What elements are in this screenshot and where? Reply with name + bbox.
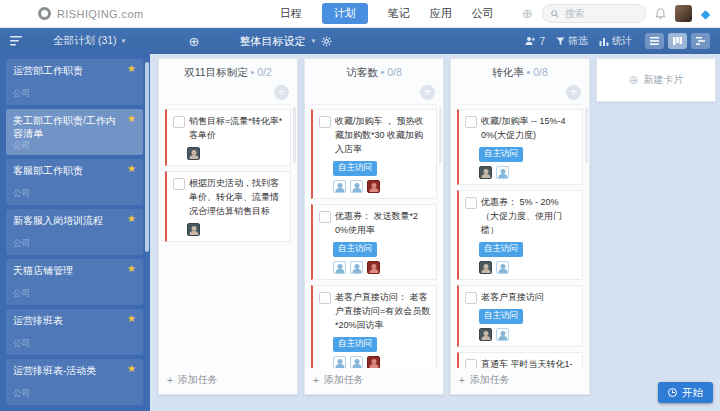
quick-add-icon[interactable]: ⊕: [522, 7, 533, 20]
star-icon[interactable]: ★: [127, 164, 136, 177]
task-row: 老客户直接访问: [465, 291, 577, 305]
task-checkbox[interactable]: [465, 197, 477, 209]
task-checkbox[interactable]: [173, 178, 185, 190]
list-view-button[interactable]: [645, 33, 664, 49]
cards-container: 销售目标=流量*转化率*客单价根据历史活动，找到客单价、转化率、流量情况合理估算…: [159, 109, 297, 368]
task-card[interactable]: 优惠券： 5% - 20% （大促力度、使用门槛）自主访问: [457, 190, 583, 280]
star-icon[interactable]: ★: [127, 314, 136, 327]
nav-item[interactable]: 笔记: [388, 6, 410, 21]
add-plan-icon[interactable]: ⊕: [189, 35, 200, 48]
plus-icon: ⊕: [628, 74, 638, 86]
column-title: 转化率: [492, 66, 524, 78]
sidebar-plan-item[interactable]: 运营排班表★公司: [6, 309, 143, 355]
task-text: 收藏/加购率 -- 15%-40%(大促力度): [481, 115, 577, 143]
assignee-avatar: [350, 180, 363, 193]
all-plans-dropdown[interactable]: 全部计划 (31) ▼: [53, 34, 127, 48]
members-icon: [525, 36, 536, 46]
star-icon[interactable]: ★: [127, 264, 136, 277]
task-tags: 自主访问: [479, 242, 577, 257]
notification-bell-icon[interactable]: [655, 8, 666, 20]
start-button[interactable]: 开始: [658, 382, 713, 403]
stats-button[interactable]: 统计: [599, 34, 632, 48]
filter-button[interactable]: 筛选: [556, 34, 588, 48]
add-card-button[interactable]: +: [274, 85, 289, 100]
plan-subtitle: 公司: [13, 388, 136, 400]
nav-item[interactable]: 计划: [322, 3, 368, 24]
task-card[interactable]: 根据历史活动，找到客单价、转化率、流量情况合理估算销售目标: [165, 171, 291, 242]
sidebar-plan-item[interactable]: 运营排班表-活动类★公司: [6, 359, 143, 405]
task-text: 直通车 平时当天转化1-3倍: [481, 358, 577, 368]
page-body: 运营部工作职责★公司美工部工作职责/工作内容清单★公司客服部工作职责★公司新客服…: [0, 54, 720, 411]
vip-diamond-icon[interactable]: ◆: [701, 8, 710, 20]
task-card[interactable]: 收藏/加购率 -- 15%-40%(大促力度)自主访问: [457, 109, 583, 185]
plan-subtitle: 公司: [13, 188, 136, 200]
nav-item[interactable]: 日程: [280, 6, 302, 21]
task-checkbox[interactable]: [465, 116, 477, 128]
plan-title: 客服部工作职责: [13, 164, 83, 177]
task-card[interactable]: 销售目标=流量*转化率*客单价: [165, 109, 291, 166]
column-title: 双11目标制定: [184, 66, 247, 78]
gear-icon[interactable]: [321, 36, 332, 47]
task-card[interactable]: 收藏/加购车 ， 预热收藏加购数*30 收藏加购入店率自主访问: [311, 109, 437, 199]
search-box[interactable]: [542, 4, 646, 23]
add-task-label: 添加任务: [470, 373, 510, 387]
new-card-button[interactable]: ⊕ 新建卡片: [596, 58, 716, 102]
assignee-avatar: [367, 261, 380, 274]
task-checkbox[interactable]: [465, 292, 477, 304]
star-icon[interactable]: ★: [127, 114, 136, 140]
add-task-button[interactable]: +添加任务: [159, 368, 297, 394]
sidebar-plan-item[interactable]: 客服部工作职责★公司: [6, 159, 143, 205]
task-checkbox[interactable]: [319, 211, 331, 223]
column-header: 访客数 • 0/8: [305, 59, 443, 84]
sidebar-plan-item[interactable]: 运营部工作职责★公司: [6, 59, 143, 105]
nav-item[interactable]: 应用: [430, 6, 452, 21]
task-tag: 自主访问: [479, 147, 523, 162]
task-checkbox[interactable]: [465, 359, 477, 368]
assignee-avatar: [187, 147, 200, 160]
add-task-button[interactable]: +添加任务: [451, 368, 589, 394]
nav-item[interactable]: 公司: [472, 6, 494, 21]
sidebar-plan-item[interactable]: 新客服入岗培训流程★公司: [6, 209, 143, 255]
plan-subtitle: 公司: [13, 288, 136, 300]
board-title-group[interactable]: 整体目标设定 ▼: [239, 34, 332, 49]
task-checkbox[interactable]: [319, 292, 331, 304]
star-icon[interactable]: ★: [127, 64, 136, 77]
task-row: 优惠券： 发送数量*20%使用率: [319, 210, 431, 238]
task-checkbox[interactable]: [173, 116, 185, 128]
funnel-icon: [556, 37, 565, 46]
chevron-down-icon: ▼: [310, 38, 316, 44]
star-icon[interactable]: ★: [127, 364, 136, 377]
plan-title-row: 客服部工作职责★: [13, 164, 136, 177]
task-tag: 自主访问: [333, 337, 377, 352]
sidebar-scrollbar[interactable]: [145, 62, 149, 252]
members-button[interactable]: 7: [525, 36, 545, 47]
plan-subtitle: 公司: [13, 140, 136, 152]
kanban-view-button[interactable]: [668, 33, 687, 49]
logo-icon: [38, 7, 51, 20]
task-text: 优惠券： 发送数量*20%使用率: [335, 210, 431, 238]
search-input[interactable]: [563, 7, 631, 20]
collapse-sidebar-icon[interactable]: [10, 36, 23, 46]
star-icon[interactable]: ★: [127, 214, 136, 227]
add-task-button[interactable]: +添加任务: [305, 368, 443, 394]
plan-title-row: 美工部工作职责/工作内容清单★: [13, 114, 136, 140]
assignee-avatar: [333, 356, 346, 369]
task-card[interactable]: 直通车 平时当天转化1-3倍付费流量: [457, 352, 583, 368]
task-avatars: [187, 223, 285, 236]
task-card[interactable]: 老客户直接访问： 老客户直接访问=有效会员数*20%回访率自主访问: [311, 285, 437, 368]
plan-subtitle: 公司: [13, 338, 136, 350]
plus-icon: +: [313, 375, 319, 386]
sidebar-plan-item[interactable]: 天猫店铺管理★公司: [6, 259, 143, 305]
task-card[interactable]: 优惠券： 发送数量*20%使用率自主访问: [311, 204, 437, 280]
app-logo[interactable]: RISHIQING.com: [38, 7, 144, 20]
plans-sidebar: 运营部工作职责★公司美工部工作职责/工作内容清单★公司客服部工作职责★公司新客服…: [0, 54, 150, 411]
assignee-avatar: [479, 166, 492, 179]
task-checkbox[interactable]: [319, 116, 331, 128]
clock-icon: [668, 388, 677, 397]
timeline-view-button[interactable]: [691, 33, 710, 49]
task-card[interactable]: 老客户直接访问自主访问: [457, 285, 583, 347]
add-card-button[interactable]: +: [420, 85, 435, 100]
add-card-button[interactable]: +: [566, 85, 581, 100]
sidebar-plan-item[interactable]: 美工部工作职责/工作内容清单★公司: [6, 109, 143, 155]
user-avatar[interactable]: [675, 5, 692, 22]
